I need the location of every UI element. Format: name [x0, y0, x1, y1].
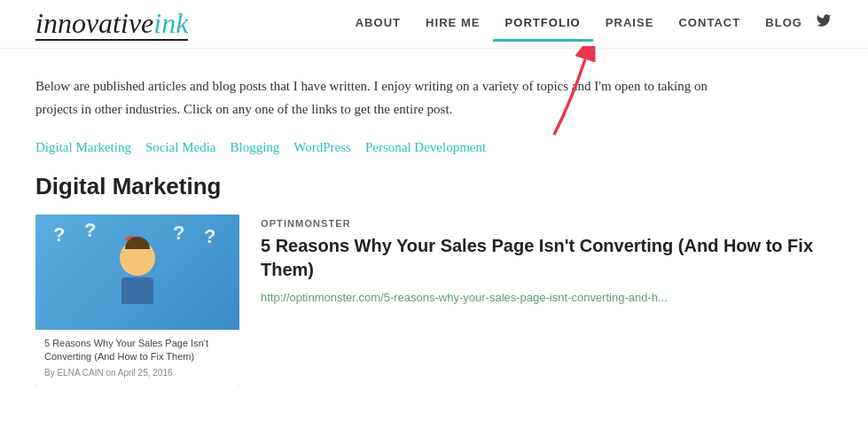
- nav-blog[interactable]: BLOG: [753, 16, 815, 42]
- thumb-caption-text: 5 Reasons Why Your Sales Page Isn't Conv…: [44, 337, 231, 364]
- article-url[interactable]: http://optinmonster.com/5-reasons-why-yo…: [261, 291, 833, 304]
- article-title[interactable]: 5 Reasons Why Your Sales Page Isn't Conv…: [261, 234, 833, 282]
- nav-portfolio[interactable]: PORTFOLIO: [493, 16, 593, 42]
- filter-links: Digital Marketing Social Media Blogging …: [35, 140, 833, 155]
- logo-text: innovative: [35, 7, 153, 39]
- nav-hire-me[interactable]: HIRE ME: [413, 16, 492, 42]
- article-source: OPTINMONSTER: [261, 218, 833, 229]
- nav-praise[interactable]: PRAISE: [593, 16, 667, 42]
- logo-underline: [35, 39, 188, 41]
- twitter-icon[interactable]: [815, 12, 833, 45]
- nav-about[interactable]: ABOUT: [343, 16, 413, 42]
- intro-paragraph: Below are published articles and blog po…: [35, 75, 709, 121]
- thumb-image: ? ? ? ? ?: [35, 215, 239, 330]
- filter-digital-marketing[interactable]: Digital Marketing: [35, 140, 131, 155]
- section-title: Digital Marketing: [35, 173, 833, 200]
- filter-personal-development[interactable]: Personal Development: [365, 140, 486, 155]
- article-thumbnail[interactable]: ? ? ? ? ? 5 Reasons Why Your Sales Page …: [35, 215, 239, 386]
- thumb-caption: 5 Reasons Why Your Sales Page Isn't Conv…: [35, 330, 239, 386]
- logo-ink: ink: [153, 7, 188, 39]
- main-content: Below are published articles and blog po…: [0, 49, 868, 413]
- filter-wordpress[interactable]: WordPress: [293, 140, 351, 155]
- article-row: ? ? ? ? ? 5 Reasons Why Your Sales Page …: [35, 215, 833, 386]
- article-info: OPTINMONSTER 5 Reasons Why Your Sales Pa…: [261, 215, 833, 304]
- filter-social-media[interactable]: Social Media: [145, 140, 216, 155]
- cartoon-head: [120, 240, 155, 276]
- filter-blogging[interactable]: Blogging: [230, 140, 279, 155]
- main-nav: ABOUT HIRE ME PORTFOLIO PRAISE CONTACT B…: [343, 12, 833, 45]
- cartoon-body: [121, 277, 153, 304]
- site-logo[interactable]: innovativeink: [35, 9, 188, 48]
- thumb-byline: By ELNA CAIN on April 25, 2016: [44, 367, 231, 379]
- site-header: innovativeink ABOUT HIRE ME PORTFOLIO PR…: [0, 0, 868, 49]
- cartoon-figure: [120, 240, 155, 304]
- nav-contact[interactable]: CONTACT: [666, 16, 753, 42]
